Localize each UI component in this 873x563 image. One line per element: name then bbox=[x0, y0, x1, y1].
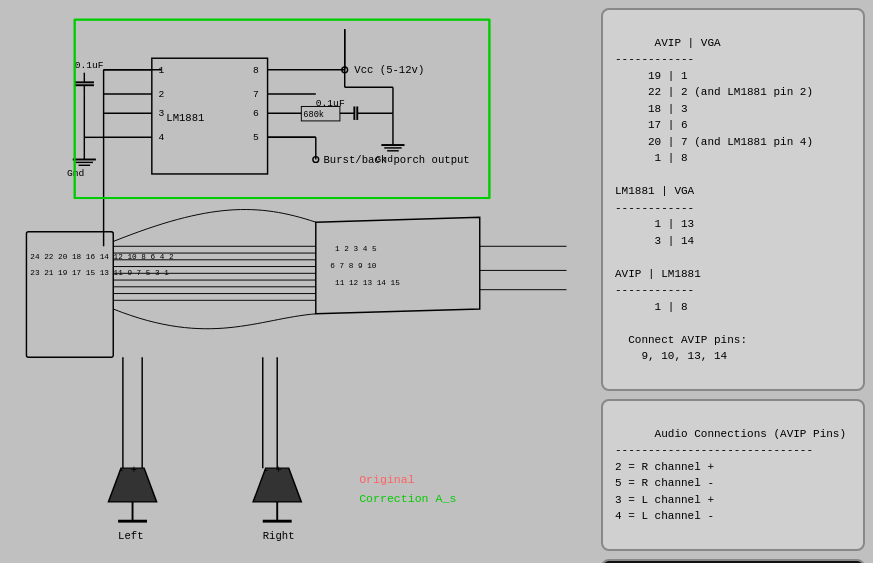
svg-text:7: 7 bbox=[253, 89, 259, 100]
connections-info-box: AVIP | VGA ------------ 19 | 1 22 | 2 (a… bbox=[601, 8, 865, 391]
svg-text:Left: Left bbox=[118, 530, 143, 542]
right-panel: AVIP | VGA ------------ 19 | 1 22 | 2 (a… bbox=[593, 0, 873, 563]
svg-text:11 12 13 14 15: 11 12 13 14 15 bbox=[335, 279, 400, 287]
svg-text:Original: Original bbox=[359, 473, 415, 486]
circuit-diagram: LM1881 1 2 3 4 8 7 6 5 Vcc (5-12v) bbox=[10, 10, 583, 553]
audio-info-box: Audio Connections (AVIP Pins) ----------… bbox=[601, 399, 865, 551]
svg-text:3: 3 bbox=[159, 108, 165, 119]
main-container: LM1881 1 2 3 4 8 7 6 5 Vcc (5-12v) bbox=[0, 0, 873, 563]
svg-text:Burst/back porch output: Burst/back porch output bbox=[324, 154, 470, 166]
svg-text:8: 8 bbox=[253, 65, 259, 76]
svg-rect-0 bbox=[17, 10, 576, 553]
svg-text:680k: 680k bbox=[303, 110, 324, 120]
svg-text:5: 5 bbox=[253, 132, 259, 143]
svg-text:6: 6 bbox=[253, 108, 259, 119]
connections-text: AVIP | VGA ------------ 19 | 1 22 | 2 (a… bbox=[615, 37, 813, 363]
svg-text:-  +: - + bbox=[118, 464, 137, 476]
svg-text:Correction A_s: Correction A_s bbox=[359, 492, 456, 505]
svg-text:2: 2 bbox=[159, 89, 165, 100]
svg-text:0.1uF: 0.1uF bbox=[75, 60, 104, 71]
svg-text:-  +: - + bbox=[263, 464, 282, 476]
xbox-title-box: XBox-VGA Output bbox=[601, 559, 865, 563]
svg-text:4: 4 bbox=[159, 132, 165, 143]
svg-text:Vcc (5-12v): Vcc (5-12v) bbox=[354, 64, 424, 76]
audio-text: Audio Connections (AVIP Pins) ----------… bbox=[615, 428, 846, 523]
svg-text:1  2  3  4  5: 1 2 3 4 5 bbox=[335, 245, 377, 253]
svg-text:LM1881: LM1881 bbox=[166, 112, 204, 124]
svg-text:Right: Right bbox=[263, 530, 295, 542]
svg-text:6  7  8  9 10: 6 7 8 9 10 bbox=[330, 262, 377, 270]
diagram-area: LM1881 1 2 3 4 8 7 6 5 Vcc (5-12v) bbox=[0, 0, 593, 563]
